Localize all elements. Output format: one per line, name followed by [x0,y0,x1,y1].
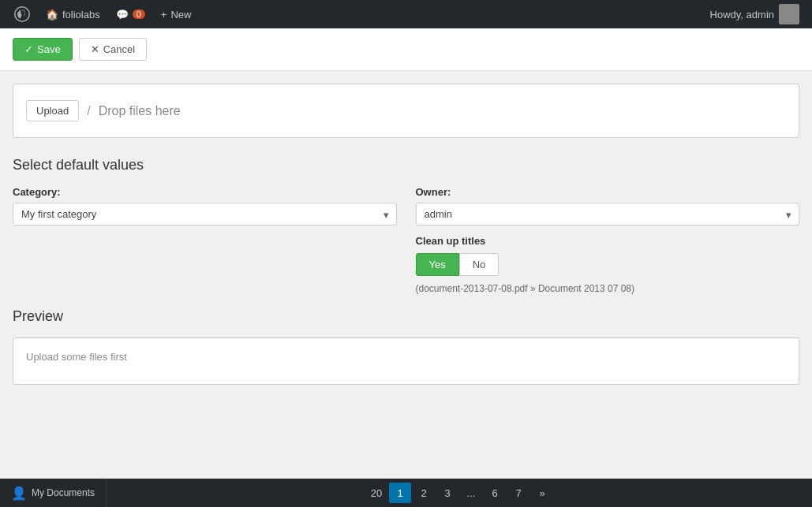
page-6-button[interactable]: 6 [484,483,506,503]
cleanup-no-button[interactable]: No [459,253,500,276]
site-name-button[interactable]: 🏠 foliolabs [38,0,108,28]
page-ellipsis: ... [460,483,482,503]
cleanup-yes-button[interactable]: Yes [416,253,459,276]
bottom-bar: 👤 My Documents 20 1 2 3 ... 6 7 » [0,479,812,507]
category-select[interactable]: My first category [13,203,397,226]
cleanup-section: Clean up titles Yes No (document-2013-07… [416,235,800,296]
new-label: New [170,9,191,21]
home-icon: 🏠 [46,9,58,21]
upload-button[interactable]: Upload [26,100,79,121]
content-area: Upload / Drop files here Select default … [0,71,812,397]
preview-placeholder: Upload some files first [26,351,127,363]
category-select-wrapper: My first category [13,203,397,226]
comments-button[interactable]: 💬 0 [108,0,153,28]
comments-icon: 💬 [116,9,129,21]
page-next-button[interactable]: » [531,483,553,503]
category-group: Category: My first category [13,186,397,296]
page-2-button[interactable]: 2 [413,483,435,503]
cleanup-hint: (document-2013-07-08.pdf » Document 2013… [416,282,800,296]
owner-group: Owner: admin Clean up titles Yes No (doc… [416,186,800,296]
save-button[interactable]: ✓ Save [13,38,73,61]
save-label: Save [37,43,61,55]
check-icon: ✓ [24,43,33,55]
toggle-group: Yes No [416,253,800,276]
bottom-bar-user[interactable]: 👤 My Documents [0,479,107,507]
page-1-button[interactable]: 1 [389,483,411,503]
page-wrapper: ✓ Save ✕ Cancel Upload / Drop files here… [0,28,812,507]
owner-label: Owner: [416,186,800,198]
upload-separator: / [87,104,90,118]
page-7-button[interactable]: 7 [507,483,529,503]
form-row: Category: My first category Owner: admin [13,186,799,296]
drop-files-text: Drop files here [99,104,181,118]
user-label: My Documents [32,487,95,498]
upload-area: Upload / Drop files here [13,84,799,138]
cancel-label: Cancel [103,43,135,55]
x-icon: ✕ [91,43,99,55]
user-icon: 👤 [11,486,27,501]
pagination: 20 1 2 3 ... 6 7 » [107,483,812,503]
comment-count: 0 [133,9,145,19]
plus-icon: + [161,9,167,21]
owner-select[interactable]: admin [416,203,800,226]
section-title: Select default values [13,157,799,173]
site-name-label: foliolabs [62,9,100,21]
category-label: Category: [13,186,397,198]
avatar[interactable] [779,4,799,24]
howdy-text[interactable]: Howdy, admin [710,9,774,21]
wp-logo-button[interactable] [6,0,38,28]
page-20-button[interactable]: 20 [365,483,387,503]
upload-label: Upload [36,105,69,117]
preview-title: Preview [13,308,799,325]
cleanup-label: Clean up titles [416,235,800,247]
page-3-button[interactable]: 3 [436,483,458,503]
toolbar: ✓ Save ✕ Cancel [0,28,812,71]
preview-box: Upload some files first [13,337,799,385]
admin-bar: 🏠 foliolabs 💬 0 + New Howdy, admin [0,0,812,28]
owner-select-wrapper: admin [416,203,800,226]
new-content-button[interactable]: + New [153,0,200,28]
preview-section: Preview Upload some files first [13,308,799,385]
cancel-button[interactable]: ✕ Cancel [79,38,147,61]
